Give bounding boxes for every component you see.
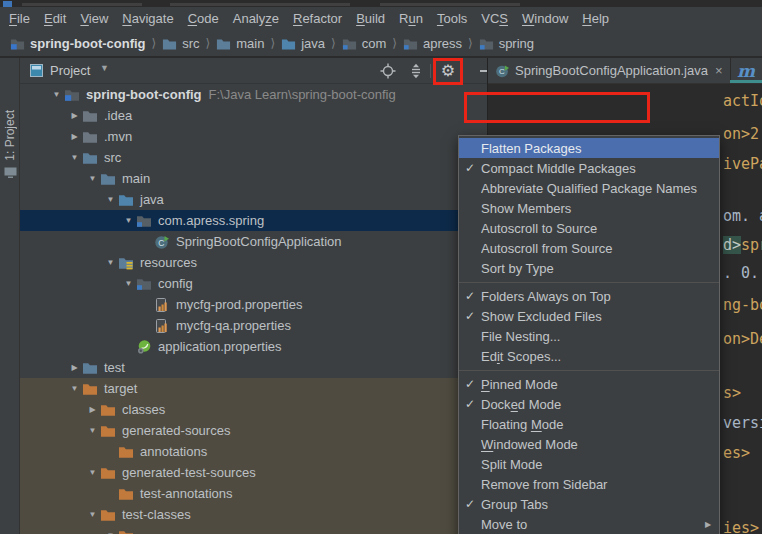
tree-item-classes[interactable]: ▶classes — [20, 399, 487, 420]
tree-item-application-properties[interactable]: application.properties — [20, 336, 487, 357]
breadcrumb-src[interactable]: src — [160, 36, 201, 51]
menu-navigate[interactable]: Navigate — [115, 7, 180, 30]
tree-item-target[interactable]: ▼target — [20, 378, 487, 399]
menu-item-move-to[interactable]: Move to▶ — [459, 514, 719, 534]
menu-item-abbreviate-qualified-package-names[interactable]: Abbreviate Qualified Package Names — [459, 178, 719, 198]
breadcrumb-main[interactable]: main — [214, 36, 266, 51]
menu-item-autoscroll-to-source[interactable]: Autoscroll to Source — [459, 218, 719, 238]
menu-item-remove-from-sidebar[interactable]: Remove from Sidebar — [459, 474, 719, 494]
menu-item-docked-mode[interactable]: ✓Docked Mode — [459, 394, 719, 414]
chevron-expanded-icon[interactable]: ▼ — [85, 174, 100, 183]
menu-item-show-excluded-files[interactable]: ✓Show Excluded Files — [459, 306, 719, 326]
chevron-collapsed-icon[interactable]: ▶ — [67, 132, 82, 141]
breadcrumb-label: main — [236, 36, 264, 51]
tree-item-idea[interactable]: ▶.idea — [20, 105, 487, 126]
menu-item-split-mode[interactable]: Split Mode — [459, 454, 719, 474]
chevron-collapsed-icon[interactable]: ▶ — [85, 405, 100, 414]
menu-build[interactable]: Build — [349, 7, 392, 30]
breadcrumb-spring[interactable]: spring — [477, 36, 536, 51]
menu-item-file-nesting[interactable]: File Nesting... — [459, 326, 719, 346]
menu-item-group-tabs[interactable]: ✓Group Tabs — [459, 494, 719, 514]
menu-run[interactable]: Run — [392, 7, 430, 30]
tree-item-mycfg-qa-properties[interactable]: mycfg-qa.properties — [20, 315, 487, 336]
menu-refactor[interactable]: Refactor — [286, 7, 349, 30]
close-icon[interactable]: × — [715, 63, 723, 78]
menu-item-label: Group Tabs — [481, 497, 701, 512]
menu-view[interactable]: View — [73, 7, 115, 30]
tree-item-generated-test-sources[interactable]: ▼generated-test-sources — [20, 462, 487, 483]
chevron-expanded-icon[interactable]: ▼ — [121, 216, 136, 225]
tree-item-spring-boot-config[interactable]: ▼spring-boot-configF:\Java Learn\spring-… — [20, 84, 487, 105]
chevron-expanded-icon[interactable]: ▼ — [49, 90, 64, 99]
breadcrumb-java[interactable]: java — [279, 36, 327, 51]
chevron-expanded-icon[interactable]: ▼ — [67, 384, 82, 393]
hide-panel-button[interactable] — [478, 63, 487, 79]
folder-package-icon — [136, 213, 152, 229]
project-panel: Project ▼ ⚙ ▼spring-boot-configF:\Java L… — [20, 58, 487, 534]
menu-item-autoscroll-from-source[interactable]: Autoscroll from Source — [459, 238, 719, 258]
chevron-expanded-icon[interactable]: ▼ — [121, 279, 136, 288]
project-tree: ▼spring-boot-configF:\Java Learn\spring-… — [20, 84, 487, 534]
menu-item-sort-by-type[interactable]: Sort by Type — [459, 258, 719, 278]
menu-window[interactable]: Window — [515, 7, 575, 30]
menu-item-show-members[interactable]: Show Members — [459, 198, 719, 218]
tree-item-annotations[interactable]: annotations — [20, 441, 487, 462]
menu-item-folders-always-on-top[interactable]: ✓Folders Always on Top — [459, 286, 719, 306]
chevron-expanded-icon[interactable]: ▼ — [85, 468, 100, 477]
menu-item-floating-mode[interactable]: Floating Mode — [459, 414, 719, 434]
tree-item-label: annotations — [140, 444, 207, 459]
menu-item-pinned-mode[interactable]: ✓Pinned Mode — [459, 374, 719, 394]
tab-springbootconfigapplication[interactable]: C SpringBootConfigApplication.java × — [488, 58, 730, 83]
tree-item-java[interactable]: ▼java — [20, 189, 487, 210]
tree-item-src[interactable]: ▼src — [20, 147, 487, 168]
locate-button[interactable] — [380, 63, 396, 79]
menu-help[interactable]: Help — [575, 7, 616, 30]
folder-orange-icon — [100, 465, 116, 481]
tree-item-resources[interactable]: ▼resources — [20, 252, 487, 273]
tree-item-mycfg-prod-properties[interactable]: mycfg-prod.properties — [20, 294, 487, 315]
tree-item-test-annotations[interactable]: test-annotations — [20, 483, 487, 504]
project-tool-window-button[interactable]: 1: Project — [0, 110, 20, 179]
chevron-expanded-icon[interactable]: ▼ — [103, 195, 118, 204]
menu-item-windowed-mode[interactable]: Windowed Mode — [459, 434, 719, 454]
chevron-expanded-icon[interactable]: ▼ — [85, 426, 100, 435]
tree-item-label: com.apress.spring — [158, 213, 264, 228]
chevron-down-icon[interactable]: ▼ — [100, 63, 109, 73]
menu-item-compact-middle-packages[interactable]: ✓Compact Middle Packages — [459, 158, 719, 178]
chevron-collapsed-icon[interactable]: ▶ — [67, 363, 82, 372]
chevron-collapsed-icon[interactable]: ▶ — [67, 111, 82, 120]
menu-item-label: Sort by Type — [481, 261, 701, 276]
panel-title[interactable]: Project — [50, 63, 90, 78]
tree-item-com-apress-spring[interactable]: ▼com.apress.spring — [20, 210, 487, 231]
settings-button[interactable]: ⚙ — [440, 63, 456, 79]
tree-item-item[interactable]: ▼ — [20, 525, 487, 534]
tree-item-label: application.properties — [158, 339, 282, 354]
tree-item-generated-sources[interactable]: ▼generated-sources — [20, 420, 487, 441]
tree-item-main[interactable]: ▼main — [20, 168, 487, 189]
menu-edit[interactable]: Edit — [37, 7, 73, 30]
menu-analyze[interactable]: Analyze — [226, 7, 286, 30]
breadcrumb-apress[interactable]: apress — [401, 36, 464, 51]
tree-item-test[interactable]: ▶test — [20, 357, 487, 378]
menu-code[interactable]: Code — [181, 7, 226, 30]
menu-vcs[interactable]: VCS — [474, 7, 515, 30]
tool-window-stripe: 1: Project — [0, 58, 20, 534]
menu-item-label: Autoscroll from Source — [481, 241, 701, 256]
tree-item-springbootconfigapplication[interactable]: CSpringBootConfigApplication — [20, 231, 487, 252]
menu-file[interactable]: File — [2, 7, 37, 30]
breadcrumb-spring-boot-config[interactable]: spring-boot-config — [8, 36, 148, 51]
tree-item-test-classes[interactable]: ▼test-classes — [20, 504, 487, 525]
breadcrumb-label: spring — [499, 36, 534, 51]
chevron-expanded-icon[interactable]: ▼ — [103, 258, 118, 267]
tree-item-mvn[interactable]: ▶.mvn — [20, 126, 487, 147]
breadcrumb-com[interactable]: com — [340, 36, 389, 51]
collapse-all-button[interactable] — [408, 63, 424, 79]
chevron-expanded-icon[interactable]: ▼ — [85, 510, 100, 519]
menu-item-edit-scopes[interactable]: Edit Scopes... — [459, 346, 719, 366]
tree-item-config[interactable]: ▼config — [20, 273, 487, 294]
tree-item-label: SpringBootConfigApplication — [176, 234, 342, 249]
menu-item-flatten-packages[interactable]: Flatten Packages — [459, 138, 719, 158]
menu-tools[interactable]: Tools — [430, 7, 474, 30]
tab-pom-maven[interactable]: m — [730, 58, 762, 83]
chevron-expanded-icon[interactable]: ▼ — [67, 153, 82, 162]
